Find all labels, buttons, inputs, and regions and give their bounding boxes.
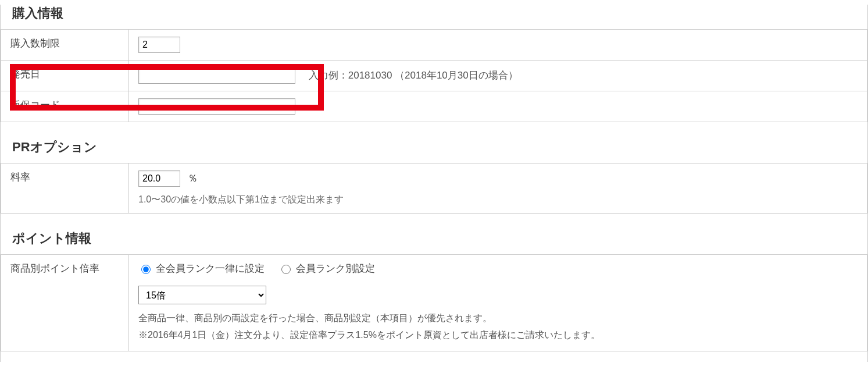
section-title-point: ポイント情報 — [12, 230, 867, 247]
radio-uniform-label: 全会員ランク一律に設定 — [156, 262, 265, 275]
pr-rate-input[interactable] — [138, 170, 180, 187]
label-pr-rate: 料率 — [1, 163, 129, 214]
point-note-1: 全商品一律、商品別の両設定を行った場合、商品別設定（本項目）が優先されます。 — [138, 310, 858, 327]
pr-rate-hint: 1.0〜30の値を小数点以下第1位まで設定出来ます — [138, 194, 858, 206]
point-table: 商品別ポイント倍率 全会員ランク一律に設定 会員ランク別設定 15倍 — [1, 254, 867, 351]
label-promo-code: 販促コード — [1, 91, 129, 122]
label-purchase-limit: 購入数制限 — [1, 30, 129, 61]
radio-byrank-option[interactable]: 会員ランク別設定 — [278, 262, 375, 275]
purchase-table: 購入数制限 発売日 入力例：20181030 （2018年10月30日の場合） … — [1, 29, 867, 122]
promo-code-input[interactable] — [138, 98, 295, 115]
section-title-purchase: 購入情報 — [12, 5, 867, 22]
point-note-2: ※2016年4月1日（金）注文分より、設定倍率プラス1.5%をポイント原資として… — [138, 327, 858, 344]
radio-uniform-option[interactable]: 全会員ランク一律に設定 — [138, 262, 265, 275]
pr-rate-unit: ％ — [188, 173, 198, 184]
release-date-hint: 入力例：20181030 （2018年10月30日の場合） — [309, 70, 518, 81]
purchase-limit-input[interactable] — [138, 37, 180, 53]
label-point-rate: 商品別ポイント倍率 — [1, 255, 129, 351]
radio-byrank-label: 会員ランク別設定 — [296, 262, 375, 275]
section-title-pr: PRオプション — [12, 138, 867, 156]
pr-table: 料率 ％ 1.0〜30の値を小数点以下第1位まで設定出来ます — [1, 163, 867, 214]
release-date-input[interactable] — [138, 67, 295, 84]
label-release-date: 発売日 — [1, 61, 129, 91]
radio-byrank[interactable] — [281, 265, 291, 274]
point-rate-select[interactable]: 15倍 — [138, 286, 266, 304]
radio-uniform[interactable] — [141, 265, 151, 274]
